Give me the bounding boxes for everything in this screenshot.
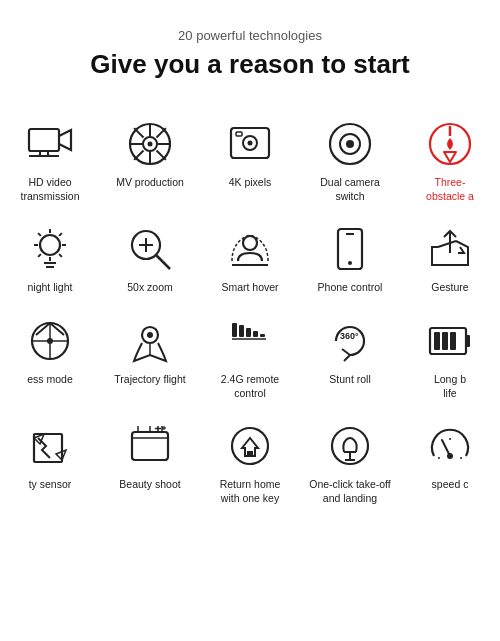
list-item: ess mode xyxy=(0,303,100,408)
svg-point-39 xyxy=(243,236,257,250)
three-obstacle-label: Three-obstacle a xyxy=(426,176,474,203)
header-title: Give you a reason to start xyxy=(20,49,480,80)
4k-pixels-icon xyxy=(224,118,276,170)
dual-camera-icon xyxy=(324,118,376,170)
long-battery-label: Long blife xyxy=(434,373,466,400)
list-item: Phone control xyxy=(300,211,400,303)
svg-line-14 xyxy=(134,151,143,160)
headless-mode-icon xyxy=(24,315,76,367)
svg-line-30 xyxy=(59,254,62,257)
svg-rect-18 xyxy=(236,132,242,136)
list-item: Three-obstacle a xyxy=(400,106,500,211)
svg-rect-54 xyxy=(239,325,244,337)
list-item: ty sensor xyxy=(0,408,100,513)
gesture-icon xyxy=(424,223,476,275)
video-transmission-icon xyxy=(24,118,76,170)
speed-control-label: speed c xyxy=(432,478,469,492)
svg-point-17 xyxy=(248,141,253,146)
return-home-label: Return homewith one key xyxy=(220,478,281,505)
mv-production-icon xyxy=(124,118,176,170)
features-grid: HD videotransmission MV production xyxy=(0,96,500,533)
long-battery-icon xyxy=(424,315,476,367)
trajectory-flight-label: Trajectory flight xyxy=(114,373,185,387)
list-item: night light xyxy=(0,211,100,303)
24g-remote-icon xyxy=(224,315,276,367)
svg-line-45 xyxy=(438,241,456,247)
beauty-shoot-label: Beauty shoot xyxy=(119,478,180,492)
svg-rect-62 xyxy=(434,332,440,350)
svg-point-42 xyxy=(348,261,352,265)
svg-rect-56 xyxy=(253,331,258,337)
svg-line-29 xyxy=(38,233,41,236)
4k-pixels-label: 4K pixels xyxy=(229,176,272,190)
list-item: Dual cameraswitch xyxy=(300,106,400,211)
svg-rect-68 xyxy=(132,432,168,460)
list-item: HD videotransmission xyxy=(0,106,100,211)
headless-mode-label: ess mode xyxy=(27,373,73,387)
video-transmission-label: HD videotransmission xyxy=(21,176,80,203)
three-obstacle-icon xyxy=(424,118,476,170)
gravity-sensor-label: ty sensor xyxy=(29,478,72,492)
mv-production-label: MV production xyxy=(116,176,184,190)
one-click-takeoff-label: One-click take-offand landing xyxy=(309,478,391,505)
list-item: Return homewith one key xyxy=(200,408,300,513)
stunt-roll-icon: 360° xyxy=(324,315,376,367)
list-item: One-click take-offand landing xyxy=(300,408,400,513)
list-item: MV production xyxy=(100,106,200,211)
list-item: Trajectory flight xyxy=(100,303,200,408)
svg-line-13 xyxy=(157,128,166,137)
phone-control-icon xyxy=(324,223,376,275)
svg-rect-55 xyxy=(246,328,251,337)
list-item: Beauty shoot xyxy=(100,408,200,513)
50x-zoom-icon xyxy=(124,223,176,275)
svg-rect-0 xyxy=(29,129,59,151)
50x-zoom-label: 50x zoom xyxy=(127,281,173,295)
header-subtitle: 20 powerful technologies xyxy=(20,28,480,43)
svg-line-31 xyxy=(59,233,62,236)
svg-rect-57 xyxy=(260,334,265,337)
svg-point-21 xyxy=(346,140,354,148)
svg-line-32 xyxy=(38,254,41,257)
smart-hover-label: Smart hover xyxy=(221,281,278,295)
phone-control-label: Phone control xyxy=(318,281,383,295)
24g-remote-label: 2.4G remotecontrol xyxy=(221,373,279,400)
gravity-sensor-icon xyxy=(24,420,76,472)
list-item: Long blife xyxy=(400,303,500,408)
return-home-icon xyxy=(224,420,276,472)
beauty-shoot-icon xyxy=(124,420,176,472)
svg-line-36 xyxy=(157,256,171,270)
svg-rect-75 xyxy=(247,451,253,456)
svg-point-49 xyxy=(47,338,53,344)
svg-line-11 xyxy=(134,128,143,137)
speed-control-icon xyxy=(424,420,476,472)
list-item: 4K pixels xyxy=(200,106,300,211)
svg-rect-64 xyxy=(450,332,456,350)
list-item: Gesture xyxy=(400,211,500,303)
smart-hover-icon xyxy=(224,223,276,275)
list-item: 50x zoom xyxy=(100,211,200,303)
svg-rect-61 xyxy=(466,335,470,347)
svg-line-12 xyxy=(157,151,166,160)
stunt-roll-label: Stunt roll xyxy=(329,373,370,387)
list-item: Smart hover xyxy=(200,211,300,303)
svg-rect-53 xyxy=(232,323,237,337)
svg-point-6 xyxy=(148,142,153,147)
list-item: 2.4G remotecontrol xyxy=(200,303,300,408)
night-light-label: night light xyxy=(28,281,73,295)
list-item: 360° Stunt roll xyxy=(300,303,400,408)
svg-text:360°: 360° xyxy=(340,331,359,341)
svg-rect-63 xyxy=(442,332,448,350)
page-header: 20 powerful technologies Give you a reas… xyxy=(0,0,500,96)
night-light-icon xyxy=(24,223,76,275)
gesture-label: Gesture xyxy=(431,281,468,295)
dual-camera-label: Dual cameraswitch xyxy=(320,176,380,203)
trajectory-flight-icon xyxy=(124,315,176,367)
svg-point-74 xyxy=(232,428,268,464)
list-item: speed c xyxy=(400,408,500,513)
svg-point-81 xyxy=(447,453,453,459)
one-click-takeoff-icon xyxy=(324,420,376,472)
svg-point-24 xyxy=(40,235,60,255)
svg-point-52 xyxy=(147,332,153,338)
